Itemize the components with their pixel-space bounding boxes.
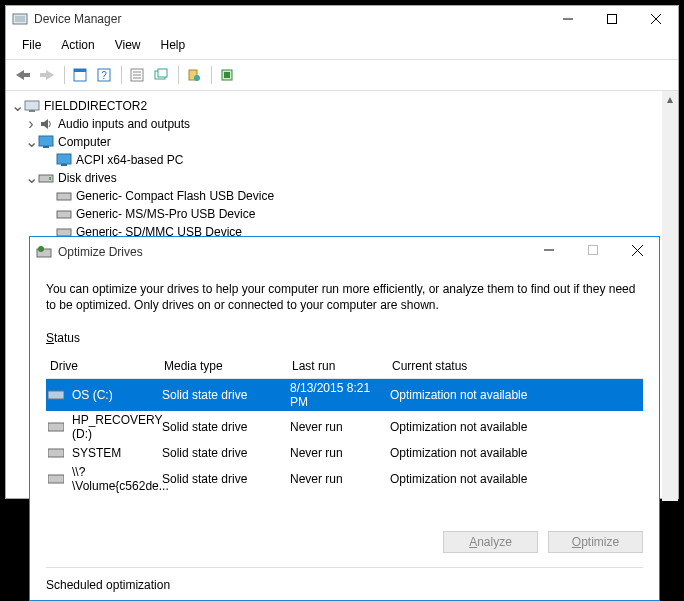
devmgr-titlebar[interactable]: Device Manager (6, 6, 678, 32)
svg-marker-6 (16, 70, 30, 80)
toolbar-separator (211, 66, 212, 84)
scheduled-section-label: Scheduled optimization (46, 578, 643, 592)
svg-rect-17 (158, 69, 167, 77)
optimize-body: You can optimize your drives to help you… (30, 267, 659, 601)
disk-icon (56, 188, 72, 204)
tree-node-label: Audio inputs and outputs (58, 116, 190, 132)
minimize-button[interactable] (546, 6, 590, 32)
svg-point-37 (38, 246, 44, 252)
toolbar-back-icon[interactable] (12, 64, 34, 86)
tree-node-computer[interactable]: ⌄ Computer (10, 133, 678, 151)
svg-rect-39 (589, 246, 598, 255)
optimize-titlebar[interactable]: Optimize Drives (30, 237, 659, 267)
devmgr-toolbar: ? (6, 59, 678, 91)
menu-view[interactable]: View (105, 35, 151, 55)
svg-rect-32 (57, 211, 71, 218)
devmgr-menubar: File Action View Help (6, 32, 678, 59)
monitor-icon (56, 152, 72, 168)
svg-rect-23 (29, 110, 35, 112)
svg-rect-25 (39, 136, 53, 146)
table-row[interactable]: OS (C:) Solid state drive 8/13/2015 8:21… (46, 379, 643, 411)
table-row[interactable]: SYSTEM Solid state drive Never run Optim… (46, 443, 643, 463)
optimize-title: Optimize Drives (58, 245, 527, 259)
tree-node-disk-child[interactable]: Generic- MS/MS-Pro USB Device (10, 205, 678, 223)
expand-icon[interactable]: › (24, 116, 38, 132)
svg-rect-3 (608, 15, 617, 24)
table-row[interactable]: \\?\Volume{c562de... Solid state drive N… (46, 463, 643, 495)
divider (46, 567, 643, 568)
svg-marker-7 (40, 70, 54, 80)
toolbar-separator (64, 66, 65, 84)
tree-node-label: Generic- Compact Flash USB Device (76, 188, 274, 204)
toolbar-help-icon[interactable]: ? (93, 64, 115, 86)
collapse-icon[interactable]: ⌄ (24, 134, 38, 150)
devmgr-app-icon (12, 11, 28, 27)
svg-text:?: ? (101, 70, 107, 81)
menu-action[interactable]: Action (51, 35, 104, 55)
toolbar-update-icon[interactable] (183, 64, 205, 86)
optimize-description: You can optimize your drives to help you… (46, 281, 643, 313)
disk-icon (56, 206, 72, 222)
svg-rect-43 (48, 423, 64, 431)
drive-icon (48, 387, 64, 403)
disk-icon (38, 170, 54, 186)
col-drive[interactable]: Drive (48, 359, 164, 373)
tree-node-label: ACPI x64-based PC (76, 152, 183, 168)
svg-rect-45 (48, 475, 64, 483)
toolbar-scan-icon[interactable] (150, 64, 172, 86)
scroll-up-icon[interactable]: ▴ (662, 91, 678, 107)
svg-rect-1 (15, 16, 25, 22)
drive-icon (48, 471, 64, 487)
svg-rect-9 (74, 69, 86, 72)
svg-rect-21 (224, 72, 230, 78)
devmgr-title: Device Manager (34, 12, 546, 26)
toolbar-properties-icon[interactable] (126, 64, 148, 86)
collapse-icon[interactable]: ⌄ (24, 170, 38, 186)
tree-node-acpi[interactable]: ACPI x64-based PC (10, 151, 678, 169)
computer-root-icon (24, 98, 40, 114)
drive-icon (48, 419, 64, 435)
svg-rect-27 (57, 154, 71, 164)
svg-point-19 (194, 75, 200, 81)
drives-table: Drive Media type Last run Current status… (46, 355, 643, 495)
svg-rect-28 (61, 164, 67, 166)
tree-node-diskdrives[interactable]: ⌄ Disk drives (10, 169, 678, 187)
toolbar-forward-icon[interactable] (36, 64, 58, 86)
tree-root-label: FIELDDIRECTOR2 (44, 98, 147, 114)
optimize-button: Optimize (548, 531, 643, 553)
menu-help[interactable]: Help (151, 35, 196, 55)
svg-rect-33 (57, 229, 71, 236)
drives-table-header[interactable]: Drive Media type Last run Current status (46, 355, 643, 379)
svg-rect-44 (48, 449, 64, 457)
tree-root[interactable]: ⌄ FIELDDIRECTOR2 (10, 97, 678, 115)
action-buttons: Analyze Optimize (46, 531, 643, 553)
close-button[interactable] (615, 237, 659, 263)
maximize-button (571, 237, 615, 263)
tree-node-audio[interactable]: › Audio inputs and outputs (10, 115, 678, 133)
menu-file[interactable]: File (12, 35, 51, 55)
monitor-icon (38, 134, 54, 150)
table-row[interactable]: HP_RECOVERY (D:) Solid state drive Never… (46, 411, 643, 443)
col-status[interactable]: Current status (392, 359, 643, 373)
toolbar-uninstall-icon[interactable] (216, 64, 238, 86)
tree-node-label: Disk drives (58, 170, 117, 186)
status-section-label: Status (46, 331, 643, 345)
minimize-button[interactable] (527, 237, 571, 263)
svg-rect-26 (43, 146, 49, 148)
optimize-drives-window: Optimize Drives You can optimize your dr… (29, 236, 660, 601)
analyze-button: Analyze (443, 531, 538, 553)
vertical-scrollbar[interactable]: ▴ (662, 91, 678, 501)
toolbar-separator (178, 66, 179, 84)
maximize-button[interactable] (590, 6, 634, 32)
optimize-app-icon (36, 244, 52, 260)
collapse-icon[interactable]: ⌄ (10, 98, 24, 114)
toolbar-show-hide-icon[interactable] (69, 64, 91, 86)
tree-node-disk-child[interactable]: Generic- Compact Flash USB Device (10, 187, 678, 205)
col-media[interactable]: Media type (164, 359, 292, 373)
audio-icon (38, 116, 54, 132)
svg-marker-24 (41, 119, 48, 129)
tree-node-label: Generic- MS/MS-Pro USB Device (76, 206, 255, 222)
svg-rect-42 (48, 391, 64, 399)
close-button[interactable] (634, 6, 678, 32)
col-last[interactable]: Last run (292, 359, 392, 373)
